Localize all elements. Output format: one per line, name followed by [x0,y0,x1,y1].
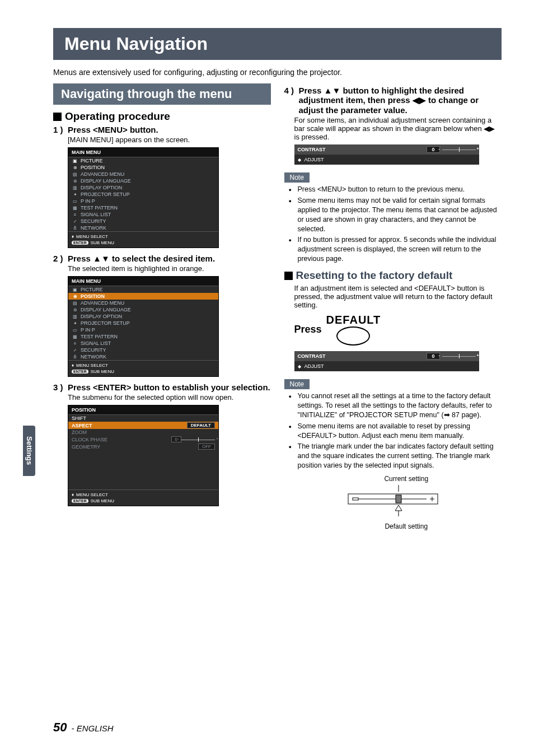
notes-list-1: Press <MENU> button to return to the pre… [291,185,502,264]
contrast-adjust-box-2: CONTRAST 0-+ ◆ADJUST [294,351,479,371]
menu-item: ✦PROJECTOR SETUP [68,320,218,326]
current-setting-label: Current setting [311,475,502,483]
menu-item: ⊕POSITION [68,164,218,171]
menu-footer: ♦MENU SELECT ENTERSUB MENU [68,231,218,248]
pos-row: SHIFT [68,415,218,422]
note-item: Some menu items may not be valid for cer… [291,196,502,234]
menu-item: ✓SECURITY [68,347,218,353]
menu-footer: ♦MENU SELECT ENTERSUB MENU [68,360,218,376]
menu-item: ≡SIGNAL LIST [68,340,218,347]
note-item: You cannot reset all the settings at a t… [291,391,502,420]
contrast-label: CONTRAST [298,147,326,152]
menu-item: ▭P IN P [68,198,218,204]
default-button-label: DEFAULT [326,314,381,326]
contrast-value: 0 [427,353,439,360]
pos-row-selected: ASPECTDEFAULT [68,422,218,429]
menu-item: ♁NETWORK [68,225,218,231]
step-3: 3 ) Press <ENTER> button to establish yo… [53,382,271,392]
note-item: Some menu items are not available to res… [291,422,502,441]
menu-item: ▭P IN P [68,326,218,333]
main-menu-screenshot-1: MAIN MENU ▣PICTURE ⊕POSITION ▤ADVANCED M… [68,147,219,248]
menu-item: ▦TEST PATTERN [68,204,218,211]
menu-item: ♁NETWORK [68,353,218,360]
contrast-label: CONTRAST [298,353,326,359]
menu-item: ▤ADVANCED MENU [68,300,218,306]
step-4: 4 ) Press ▲▼ button to highlight the des… [284,86,502,115]
step-3-desc: The submenu for the selected option will… [68,393,271,402]
menu-item: ▤ADVANCED MENU [68,171,218,178]
svg-marker-7 [395,505,402,511]
contrast-adjust-box: CONTRAST 0-+ ◆ADJUST [294,144,479,165]
note-item: Press <MENU> button to return to the pre… [291,185,502,194]
contrast-value: 0 [427,146,439,153]
default-button-icon [336,326,370,346]
menu-item: ▣PICTURE [68,286,218,293]
intro-text: Menus are extensively used for configuri… [53,68,502,77]
note-label: Note [284,172,310,183]
step-4-desc: For some items, an individual adjustment… [294,116,502,141]
menu-item: ▥DISPLAY OPTION [68,184,218,191]
step-1-desc: [MAIN MENU] appears on the screen. [68,136,271,144]
menu-item: ⊜DISPLAY LANGUAGE [68,178,218,184]
menu-item: ✓SECURITY [68,218,218,225]
adjust-icon: ◆ [298,157,301,162]
reset-desc: If an adjustment item is selected and <D… [294,284,502,309]
menu-footer: ♦MENU SELECT ENTERSUB MENU [68,489,218,506]
position-menu-title: POSITION [68,405,218,415]
menu-item: ▥DISPLAY OPTION [68,313,218,320]
pos-row: CLOCK PHASE0-+ [68,436,218,443]
main-menu-screenshot-2: MAIN MENU ▣PICTURE ⊕POSITION ▤ADVANCED M… [68,276,219,377]
side-tab-settings: Settings [23,426,35,476]
main-menu-title: MAIN MENU [68,148,218,157]
adjust-label: ADJUST [305,363,324,369]
menu-item-selected: ⊕POSITION [68,293,218,300]
operating-heading: Operating procedure [53,110,271,123]
note-item: If no button is pressed for approx. 5 se… [291,235,502,264]
step-2: 2 ) Press ▲▼ to select the desired item. [53,254,271,263]
default-setting-label: Default setting [311,522,502,530]
step-2-desc: The selected item is highlighted in oran… [68,264,271,273]
notes-list-2: You cannot reset all the settings at a t… [291,391,502,470]
pos-row: GEOMETRYOFF [68,443,218,450]
note-label: Note [284,379,310,389]
note-item: The triangle mark under the bar indicate… [291,442,502,470]
reset-heading: Resetting to the factory default [284,269,502,282]
page-language: ENGLISH [77,724,114,733]
adjust-icon: ◆ [298,364,301,369]
menu-item: ▦TEST PATTERN [68,333,218,340]
setting-bar-diagram [343,485,443,520]
menu-item: ≡SIGNAL LIST [68,211,218,218]
main-menu-title: MAIN MENU [68,277,218,286]
menu-item: ▣PICTURE [68,157,218,164]
page-title: Menu Navigation [53,28,502,60]
position-menu-screenshot: POSITION SHIFT ASPECTDEFAULT ZOOM CLOCK … [68,405,219,506]
page-number: 50 [53,720,67,734]
svg-rect-4 [396,495,401,503]
menu-item: ✦PROJECTOR SETUP [68,191,218,198]
section-header: Navigating through the menu [53,83,271,105]
pos-row: ZOOM [68,429,218,436]
adjust-label: ADJUST [305,157,324,162]
step-1: 1 ) Press <MENU> button. [53,125,271,134]
menu-item: ⊜DISPLAY LANGUAGE [68,306,218,313]
default-button-diagram: Press DEFAULT [294,314,502,346]
svg-rect-2 [353,498,358,500]
page-footer: 50 - ENGLISH [53,720,114,735]
